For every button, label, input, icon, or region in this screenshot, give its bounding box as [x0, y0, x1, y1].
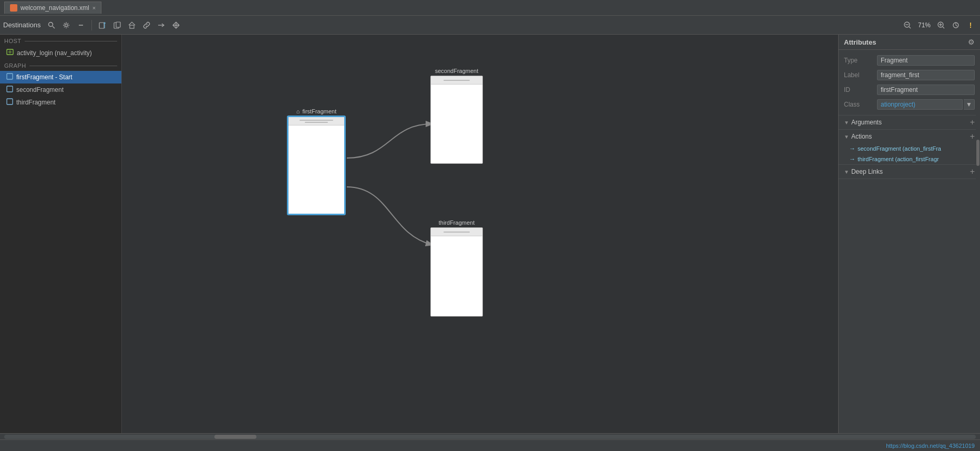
settings-button[interactable] — [60, 19, 73, 32]
arguments-label: Arguments — [851, 119, 882, 126]
svg-rect-4 — [99, 23, 104, 28]
actions-add-button[interactable]: + — [970, 132, 975, 141]
type-value: Fragment — [877, 55, 975, 66]
action-item-third[interactable]: → thirdFragment (action_firstFragr — [839, 154, 980, 164]
svg-line-13 — [909, 27, 911, 28]
host-activity-item[interactable]: activity_login (nav_activity) — [0, 46, 121, 59]
fragment-icon-first — [6, 73, 13, 81]
svg-rect-22 — [7, 86, 13, 92]
label-value[interactable]: fragment_first — [877, 70, 975, 80]
host-activity-label: activity_login (nav_activity) — [17, 49, 92, 57]
action-item-second[interactable]: → secondFragment (action_firstFra — [839, 143, 980, 154]
arguments-section-header[interactable]: ▼ Arguments + — [839, 116, 980, 129]
actions-section-header[interactable]: ▼ Actions + — [839, 130, 980, 143]
bottom-scrollbar[interactable] — [0, 433, 980, 439]
svg-rect-8 — [116, 22, 120, 27]
host-section-header: HOST — [0, 35, 121, 46]
id-value[interactable]: firstFragment — [877, 85, 975, 95]
arguments-add-button[interactable]: + — [970, 118, 975, 127]
home-icon: ⌂ — [296, 108, 300, 114]
third-fragment-header — [431, 228, 482, 236]
svg-rect-23 — [7, 99, 13, 104]
file-icon — [10, 4, 17, 12]
zoom-out-button[interactable] — [901, 19, 914, 32]
zoom-reset-button[interactable] — [950, 19, 962, 32]
fragment-node-third[interactable]: thirdFragment — [430, 219, 483, 317]
nav-item-label-first: firstFragment - Start — [16, 74, 73, 81]
scroll-track[interactable] — [4, 435, 976, 439]
deep-links-section-header[interactable]: ▼ Deep Links + — [839, 165, 980, 179]
arguments-section: ▼ Arguments + — [839, 116, 980, 130]
fragment-node-first[interactable]: ⌂ firstFragment — [287, 108, 345, 215]
third-fragment-box[interactable] — [430, 227, 483, 317]
class-value[interactable]: ationproject) — [877, 99, 963, 110]
first-fragment-box[interactable] — [287, 116, 345, 215]
arrow-button[interactable] — [155, 19, 168, 32]
sidebar-item-thirdfragment[interactable]: thirdFragment — [0, 96, 121, 109]
first-fragment-header — [288, 117, 344, 125]
main-content: HOST activity_login (nav_activity) GRAPH… — [0, 35, 980, 433]
zoom-in-button[interactable] — [935, 19, 947, 32]
new-dest-button[interactable] — [96, 19, 109, 32]
actions-section: ▼ Actions + → secondFragment (action_fir… — [839, 130, 980, 165]
minimize-button[interactable] — [75, 19, 87, 32]
info-button[interactable]: ! — [964, 19, 977, 32]
toolbar-right: 71% ! — [901, 19, 977, 32]
second-fragment-label: secondFragment — [435, 68, 479, 74]
svg-rect-21 — [7, 74, 13, 79]
activity-icon — [6, 48, 14, 57]
class-dropdown-button[interactable]: ▼ — [964, 99, 975, 110]
attributes-settings-icon[interactable]: ⚙ — [968, 38, 975, 46]
search-button[interactable] — [45, 19, 58, 32]
fragment-icon-third — [6, 98, 13, 107]
deep-links-section: ▼ Deep Links + — [839, 165, 980, 179]
fragment-node-second[interactable]: secondFragment — [430, 68, 483, 164]
nav-item-label-third: thirdFragment — [16, 99, 56, 106]
right-panel-scroll-thumb[interactable] — [976, 140, 979, 166]
destinations-label: Destinations — [3, 21, 41, 29]
new-dest2-button[interactable] — [111, 19, 123, 32]
file-tab[interactable]: welcome_navigation.xml × — [4, 2, 101, 14]
tab-label: welcome_navigation.xml — [20, 4, 89, 12]
title-bar: welcome_navigation.xml × — [0, 0, 980, 16]
second-fragment-box[interactable] — [430, 76, 483, 164]
label-label: Label — [844, 71, 873, 79]
left-panel: HOST activity_login (nav_activity) GRAPH… — [0, 35, 122, 433]
arguments-header-left: ▼ Arguments — [844, 119, 882, 126]
action-arrow-icon-2: → — [849, 155, 855, 163]
sidebar-item-firstfragment[interactable]: firstFragment - Start — [0, 71, 121, 83]
svg-rect-19 — [7, 49, 13, 55]
type-row: Type Fragment Label fragment_first ID fi… — [839, 50, 980, 116]
class-label: Class — [844, 101, 873, 108]
svg-point-2 — [65, 24, 67, 26]
nav-item-label-second: secondFragment — [16, 86, 64, 93]
toolbar: Destinations 71 — [0, 16, 980, 35]
actions-collapse-icon: ▼ — [844, 134, 849, 140]
sidebar-item-secondfragment[interactable]: secondFragment — [0, 83, 121, 96]
deep-links-label: Deep Links — [851, 168, 883, 175]
first-fragment-label: ⌂ firstFragment — [296, 108, 337, 114]
zoom-level: 71% — [916, 22, 933, 29]
right-panel-header: Attributes ⚙ — [839, 35, 980, 50]
svg-line-17 — [943, 27, 944, 28]
toolbar-divider — [91, 20, 92, 30]
scroll-thumb[interactable] — [214, 435, 256, 439]
fragment-icon-second — [6, 86, 13, 94]
deep-links-header-left: ▼ Deep Links — [844, 168, 883, 175]
svg-point-20 — [9, 51, 11, 53]
move-button[interactable] — [170, 19, 182, 32]
svg-rect-9 — [130, 25, 134, 28]
right-panel: Attributes ⚙ Type Fragment Label fragmen… — [838, 35, 980, 433]
home-button[interactable] — [126, 19, 138, 32]
deep-links-add-button[interactable]: + — [970, 167, 975, 176]
link-button[interactable] — [140, 19, 153, 32]
status-bar: https://blog.csdn.net/qq_43621019 — [0, 439, 980, 451]
third-fragment-label: thirdFragment — [439, 219, 474, 226]
right-panel-scrollbar[interactable] — [976, 108, 980, 213]
graph-section-header: GRAPH — [0, 59, 121, 71]
tab-close-button[interactable]: × — [92, 5, 96, 11]
second-fragment-header — [431, 76, 482, 85]
arguments-collapse-icon: ▼ — [844, 120, 849, 125]
canvas-area[interactable]: ⌂ firstFragment secondFragment — [122, 35, 838, 433]
toolbar-left: Destinations — [3, 19, 182, 32]
